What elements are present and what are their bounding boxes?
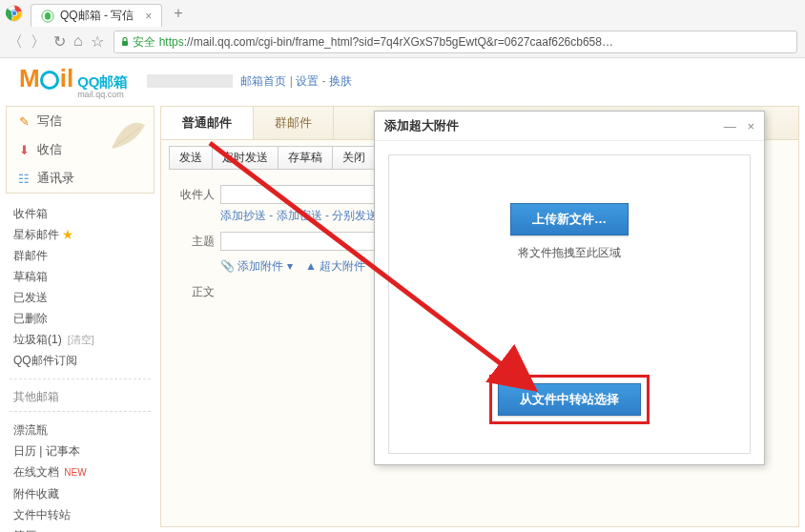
browser-chrome: QQ邮箱 - 写信 × + 〈 〉 ↻ ⌂ ☆ 安全 https ://mail…	[0, 0, 805, 58]
link-skin[interactable]: 换肤	[329, 74, 352, 88]
new-tab-button[interactable]: +	[168, 5, 188, 22]
header-links: 邮箱首页 | 设置 - 换肤	[240, 73, 351, 90]
app-file-transfer[interactable]: 文件中转站	[13, 504, 160, 525]
sidebar: ✎写信 ⬇收信 ☷通讯录 收件箱 星标邮件 ★ 群邮件 草稿箱 已发送 已删除 …	[0, 104, 160, 532]
large-attachment-dialog: 添加超大附件 — × 上传新文件… 将文件拖拽至此区域 从文件中转站选择	[374, 111, 765, 465]
header-account-blur	[147, 74, 233, 88]
app-resume[interactable]: 简历	[13, 525, 160, 532]
svg-point-3	[12, 11, 17, 16]
leaf-decoration-icon	[102, 111, 150, 158]
folder-group[interactable]: 群邮件	[13, 245, 160, 266]
timed-send-button[interactable]: 定时发送	[212, 146, 279, 170]
tab-title: QQ邮箱 - 写信	[60, 8, 134, 24]
nav-buttons: 〈 〉 ↻ ⌂ ☆	[8, 32, 104, 52]
link-home[interactable]: 邮箱首页	[240, 74, 286, 88]
big-attachment-link[interactable]: ▲ 超大附件	[305, 259, 365, 273]
dialog-close-icon[interactable]: ×	[747, 119, 754, 133]
address-bar: 〈 〉 ↻ ⌂ ☆ 安全 https ://mail.qq.com/cgi-bi…	[0, 27, 805, 57]
folder-starred[interactable]: 星标邮件 ★	[13, 224, 160, 245]
star-button[interactable]: ☆	[91, 32, 104, 52]
mail-logo[interactable]: Mil QQ邮箱mail.qq.com	[19, 64, 128, 99]
folder-deleted[interactable]: 已删除	[13, 308, 160, 329]
app-docs[interactable]: 在线文档 NEW	[13, 461, 160, 483]
save-draft-button[interactable]: 存草稿	[278, 146, 333, 170]
browser-tab[interactable]: QQ邮箱 - 写信 ×	[31, 4, 162, 27]
dialog-titlebar: 添加超大附件 — ×	[375, 112, 764, 141]
app-drift[interactable]: 漂流瓶	[13, 419, 160, 440]
back-button[interactable]: 〈	[8, 32, 23, 52]
tab-bar: QQ邮箱 - 写信 × +	[0, 0, 805, 27]
url-input[interactable]: 安全 https ://mail.qq.com/cgi-bin/frame_ht…	[114, 31, 797, 53]
svg-rect-5	[122, 41, 128, 46]
folder-inbox[interactable]: 收件箱	[13, 203, 160, 224]
to-label: 收件人	[175, 187, 215, 203]
select-from-transfer-button[interactable]: 从文件中转站选择	[498, 383, 641, 416]
mail-header: Mil QQ邮箱mail.qq.com 邮箱首页 | 设置 - 换肤	[0, 58, 805, 104]
to-input[interactable]	[220, 185, 391, 204]
sidebar-other-label: 其他邮箱	[0, 383, 160, 407]
folder-trash[interactable]: 垃圾箱(1)[清空]	[13, 329, 160, 350]
secure-badge: 安全	[120, 34, 155, 51]
url-protocol: https	[159, 35, 184, 49]
add-attachment-link[interactable]: 📎 添加附件 ▾	[220, 259, 293, 273]
tab-group-mail[interactable]: 群邮件	[254, 107, 334, 139]
app-calendar-notes[interactable]: 日历 | 记事本	[13, 440, 160, 461]
folder-drafts[interactable]: 草稿箱	[13, 266, 160, 287]
drop-hint-text: 将文件拖拽至此区域	[510, 245, 629, 261]
sidebar-apps: 漂流瓶 日历 | 记事本 在线文档 NEW 附件收藏 文件中转站 简历 贺卡 |…	[0, 416, 160, 532]
star-icon: ★	[62, 228, 73, 241]
lock-icon	[120, 37, 130, 47]
subject-input[interactable]	[220, 232, 391, 251]
tab-close-icon[interactable]: ×	[145, 10, 152, 23]
sidebar-contacts[interactable]: ☷通讯录	[7, 164, 154, 193]
close-button[interactable]: 关闭	[332, 146, 376, 170]
dialog-body: 上传新文件… 将文件拖拽至此区域 从文件中转站选择	[388, 154, 751, 454]
highlight-box: 从文件中转站选择	[489, 375, 650, 424]
dialog-title-text: 添加超大附件	[384, 117, 459, 134]
trash-empty-link[interactable]: [清空]	[68, 334, 94, 345]
app-attach-store[interactable]: 附件收藏	[13, 483, 160, 504]
link-settings[interactable]: 设置	[296, 74, 319, 88]
send-button[interactable]: 发送	[169, 146, 213, 170]
sidebar-top-group: ✎写信 ⬇收信 ☷通讯录	[6, 106, 155, 194]
home-button[interactable]: ⌂	[73, 32, 83, 52]
tab-normal-mail[interactable]: 普通邮件	[161, 107, 254, 139]
url-path: ://mail.qq.com/cgi-bin/frame_html?sid=7q…	[184, 35, 613, 49]
body-label: 正文	[175, 284, 215, 300]
sidebar-folders: 收件箱 星标邮件 ★ 群邮件 草稿箱 已发送 已删除 垃圾箱(1)[清空] QQ…	[0, 199, 160, 375]
folder-subscribe[interactable]: QQ邮件订阅	[13, 350, 160, 371]
qq-favicon-icon	[41, 10, 54, 23]
forward-button[interactable]: 〉	[31, 32, 46, 52]
new-badge: NEW	[64, 467, 86, 478]
reload-button[interactable]: ↻	[53, 32, 66, 52]
subject-label: 主题	[175, 234, 215, 250]
upload-new-file-button[interactable]: 上传新文件…	[510, 203, 629, 235]
chrome-icon	[6, 5, 23, 22]
folder-sent[interactable]: 已发送	[13, 287, 160, 308]
upload-area: 上传新文件… 将文件拖拽至此区域	[510, 203, 629, 261]
dialog-minimize-icon[interactable]: —	[724, 119, 736, 133]
